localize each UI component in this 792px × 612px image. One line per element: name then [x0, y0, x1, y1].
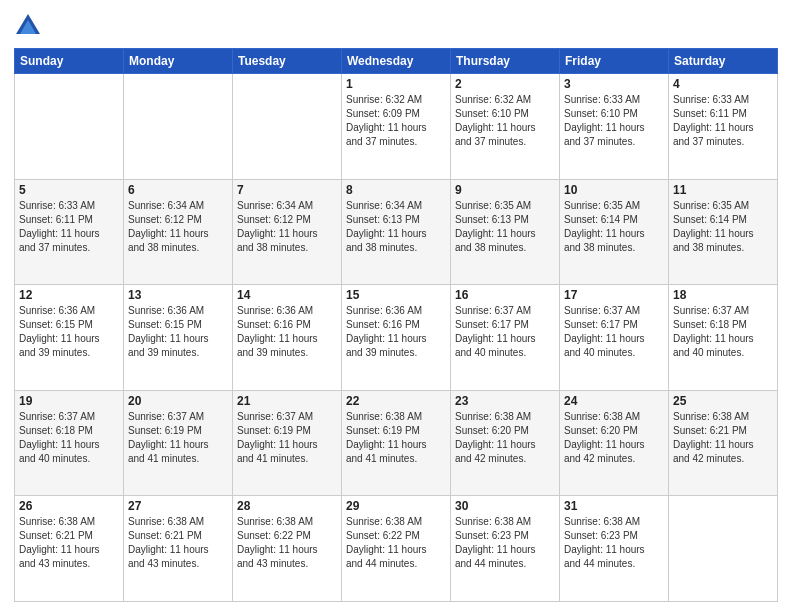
calendar-cell: 16Sunrise: 6:37 AMSunset: 6:17 PMDayligh…	[451, 285, 560, 391]
calendar-cell: 24Sunrise: 6:38 AMSunset: 6:20 PMDayligh…	[560, 390, 669, 496]
calendar-cell: 14Sunrise: 6:36 AMSunset: 6:16 PMDayligh…	[233, 285, 342, 391]
day-number: 14	[237, 288, 337, 302]
logo	[14, 12, 46, 40]
day-number: 22	[346, 394, 446, 408]
calendar-cell: 15Sunrise: 6:36 AMSunset: 6:16 PMDayligh…	[342, 285, 451, 391]
day-info: Sunrise: 6:32 AMSunset: 6:09 PMDaylight:…	[346, 93, 446, 149]
calendar-week-row-2: 5Sunrise: 6:33 AMSunset: 6:11 PMDaylight…	[15, 179, 778, 285]
day-info: Sunrise: 6:37 AMSunset: 6:17 PMDaylight:…	[564, 304, 664, 360]
calendar-cell: 3Sunrise: 6:33 AMSunset: 6:10 PMDaylight…	[560, 74, 669, 180]
day-info: Sunrise: 6:37 AMSunset: 6:18 PMDaylight:…	[19, 410, 119, 466]
weekday-header-sunday: Sunday	[15, 49, 124, 74]
day-number: 18	[673, 288, 773, 302]
day-number: 23	[455, 394, 555, 408]
day-info: Sunrise: 6:35 AMSunset: 6:14 PMDaylight:…	[564, 199, 664, 255]
calendar-cell: 31Sunrise: 6:38 AMSunset: 6:23 PMDayligh…	[560, 496, 669, 602]
day-info: Sunrise: 6:38 AMSunset: 6:22 PMDaylight:…	[346, 515, 446, 571]
calendar-cell: 27Sunrise: 6:38 AMSunset: 6:21 PMDayligh…	[124, 496, 233, 602]
day-number: 28	[237, 499, 337, 513]
calendar-cell: 11Sunrise: 6:35 AMSunset: 6:14 PMDayligh…	[669, 179, 778, 285]
day-number: 15	[346, 288, 446, 302]
calendar-cell	[124, 74, 233, 180]
day-info: Sunrise: 6:38 AMSunset: 6:22 PMDaylight:…	[237, 515, 337, 571]
calendar-cell: 23Sunrise: 6:38 AMSunset: 6:20 PMDayligh…	[451, 390, 560, 496]
day-info: Sunrise: 6:37 AMSunset: 6:19 PMDaylight:…	[237, 410, 337, 466]
day-number: 19	[19, 394, 119, 408]
day-info: Sunrise: 6:34 AMSunset: 6:13 PMDaylight:…	[346, 199, 446, 255]
day-number: 4	[673, 77, 773, 91]
day-info: Sunrise: 6:38 AMSunset: 6:20 PMDaylight:…	[564, 410, 664, 466]
day-number: 24	[564, 394, 664, 408]
calendar-cell: 20Sunrise: 6:37 AMSunset: 6:19 PMDayligh…	[124, 390, 233, 496]
calendar-cell: 25Sunrise: 6:38 AMSunset: 6:21 PMDayligh…	[669, 390, 778, 496]
day-number: 25	[673, 394, 773, 408]
weekday-header-thursday: Thursday	[451, 49, 560, 74]
day-info: Sunrise: 6:36 AMSunset: 6:16 PMDaylight:…	[346, 304, 446, 360]
weekday-header-friday: Friday	[560, 49, 669, 74]
day-number: 20	[128, 394, 228, 408]
weekday-header-tuesday: Tuesday	[233, 49, 342, 74]
day-info: Sunrise: 6:35 AMSunset: 6:13 PMDaylight:…	[455, 199, 555, 255]
calendar-cell: 10Sunrise: 6:35 AMSunset: 6:14 PMDayligh…	[560, 179, 669, 285]
day-number: 8	[346, 183, 446, 197]
day-number: 5	[19, 183, 119, 197]
day-number: 21	[237, 394, 337, 408]
header	[14, 12, 778, 40]
day-number: 27	[128, 499, 228, 513]
day-number: 31	[564, 499, 664, 513]
calendar-cell	[15, 74, 124, 180]
calendar-week-row-5: 26Sunrise: 6:38 AMSunset: 6:21 PMDayligh…	[15, 496, 778, 602]
day-info: Sunrise: 6:38 AMSunset: 6:23 PMDaylight:…	[455, 515, 555, 571]
calendar-cell: 26Sunrise: 6:38 AMSunset: 6:21 PMDayligh…	[15, 496, 124, 602]
day-number: 13	[128, 288, 228, 302]
calendar-cell: 19Sunrise: 6:37 AMSunset: 6:18 PMDayligh…	[15, 390, 124, 496]
day-info: Sunrise: 6:33 AMSunset: 6:11 PMDaylight:…	[19, 199, 119, 255]
calendar-cell: 4Sunrise: 6:33 AMSunset: 6:11 PMDaylight…	[669, 74, 778, 180]
calendar-cell: 30Sunrise: 6:38 AMSunset: 6:23 PMDayligh…	[451, 496, 560, 602]
weekday-header-saturday: Saturday	[669, 49, 778, 74]
day-info: Sunrise: 6:38 AMSunset: 6:21 PMDaylight:…	[19, 515, 119, 571]
day-number: 7	[237, 183, 337, 197]
day-number: 6	[128, 183, 228, 197]
day-number: 2	[455, 77, 555, 91]
calendar-cell: 21Sunrise: 6:37 AMSunset: 6:19 PMDayligh…	[233, 390, 342, 496]
calendar-table: SundayMondayTuesdayWednesdayThursdayFrid…	[14, 48, 778, 602]
calendar-cell: 5Sunrise: 6:33 AMSunset: 6:11 PMDaylight…	[15, 179, 124, 285]
calendar-week-row-3: 12Sunrise: 6:36 AMSunset: 6:15 PMDayligh…	[15, 285, 778, 391]
calendar-cell: 12Sunrise: 6:36 AMSunset: 6:15 PMDayligh…	[15, 285, 124, 391]
calendar-cell: 28Sunrise: 6:38 AMSunset: 6:22 PMDayligh…	[233, 496, 342, 602]
weekday-header-wednesday: Wednesday	[342, 49, 451, 74]
calendar-cell: 2Sunrise: 6:32 AMSunset: 6:10 PMDaylight…	[451, 74, 560, 180]
day-number: 12	[19, 288, 119, 302]
day-number: 9	[455, 183, 555, 197]
calendar-cell: 17Sunrise: 6:37 AMSunset: 6:17 PMDayligh…	[560, 285, 669, 391]
calendar-cell: 7Sunrise: 6:34 AMSunset: 6:12 PMDaylight…	[233, 179, 342, 285]
day-number: 11	[673, 183, 773, 197]
weekday-header-row: SundayMondayTuesdayWednesdayThursdayFrid…	[15, 49, 778, 74]
calendar-cell: 8Sunrise: 6:34 AMSunset: 6:13 PMDaylight…	[342, 179, 451, 285]
day-info: Sunrise: 6:36 AMSunset: 6:15 PMDaylight:…	[128, 304, 228, 360]
day-number: 10	[564, 183, 664, 197]
calendar-cell	[669, 496, 778, 602]
day-info: Sunrise: 6:33 AMSunset: 6:11 PMDaylight:…	[673, 93, 773, 149]
logo-icon	[14, 12, 42, 40]
calendar-cell: 22Sunrise: 6:38 AMSunset: 6:19 PMDayligh…	[342, 390, 451, 496]
day-number: 1	[346, 77, 446, 91]
calendar-cell: 18Sunrise: 6:37 AMSunset: 6:18 PMDayligh…	[669, 285, 778, 391]
day-info: Sunrise: 6:32 AMSunset: 6:10 PMDaylight:…	[455, 93, 555, 149]
day-info: Sunrise: 6:38 AMSunset: 6:20 PMDaylight:…	[455, 410, 555, 466]
calendar-cell: 6Sunrise: 6:34 AMSunset: 6:12 PMDaylight…	[124, 179, 233, 285]
calendar-cell	[233, 74, 342, 180]
day-info: Sunrise: 6:37 AMSunset: 6:18 PMDaylight:…	[673, 304, 773, 360]
calendar-cell: 29Sunrise: 6:38 AMSunset: 6:22 PMDayligh…	[342, 496, 451, 602]
day-info: Sunrise: 6:37 AMSunset: 6:19 PMDaylight:…	[128, 410, 228, 466]
day-info: Sunrise: 6:38 AMSunset: 6:21 PMDaylight:…	[673, 410, 773, 466]
day-number: 16	[455, 288, 555, 302]
day-info: Sunrise: 6:38 AMSunset: 6:23 PMDaylight:…	[564, 515, 664, 571]
calendar-week-row-4: 19Sunrise: 6:37 AMSunset: 6:18 PMDayligh…	[15, 390, 778, 496]
day-number: 17	[564, 288, 664, 302]
page: SundayMondayTuesdayWednesdayThursdayFrid…	[0, 0, 792, 612]
day-number: 26	[19, 499, 119, 513]
day-info: Sunrise: 6:34 AMSunset: 6:12 PMDaylight:…	[128, 199, 228, 255]
day-number: 30	[455, 499, 555, 513]
